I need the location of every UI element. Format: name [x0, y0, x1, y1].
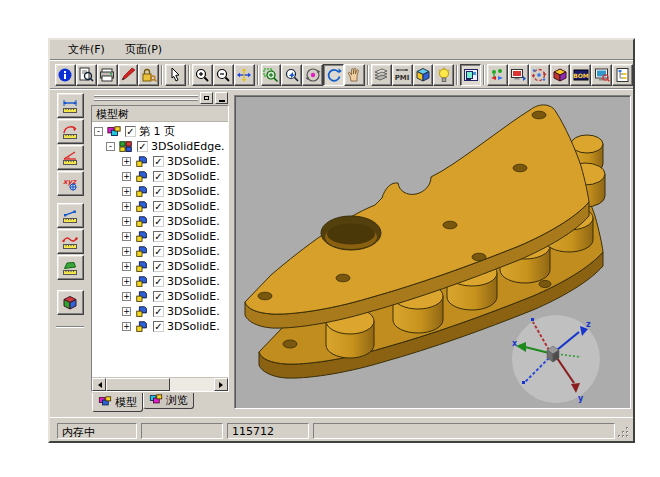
tree-item-part-9[interactable]: +✓3DSolidE. [92, 274, 228, 289]
pmi-button[interactable]: PMI [392, 64, 413, 86]
expand-toggle[interactable]: + [122, 202, 131, 211]
tree-item-part-2[interactable]: +✓3DSolidE. [92, 169, 228, 184]
scrollbar-thumb[interactable] [106, 378, 170, 391]
tree-checkbox[interactable]: ✓ [153, 156, 164, 167]
resize-grip[interactable] [617, 423, 630, 439]
panel-restore-button[interactable] [200, 92, 213, 104]
expand-toggle[interactable]: + [122, 232, 131, 241]
tab-model[interactable]: 模型 [92, 393, 143, 412]
zoom-window-button[interactable] [261, 64, 282, 86]
tree-checkbox[interactable]: ✓ [153, 306, 164, 317]
light-button[interactable] [433, 64, 454, 86]
menu-file[interactable]: 文件(F) [60, 41, 113, 58]
layers-button[interactable] [371, 64, 392, 86]
zoom-in-button[interactable] [192, 64, 213, 86]
radius-dimension-button[interactable] [57, 119, 84, 144]
tree-checkbox[interactable]: ✓ [153, 201, 164, 212]
select-icon [168, 67, 184, 83]
tree-checkbox[interactable]: ✓ [153, 216, 164, 227]
curve-measure-button[interactable] [57, 229, 84, 254]
tree-checkbox[interactable]: ✓ [153, 276, 164, 287]
print-button[interactable] [97, 64, 118, 86]
expand-toggle[interactable]: + [122, 157, 131, 166]
scroll-left-button[interactable] [92, 378, 106, 391]
permission-button[interactable] [138, 64, 159, 86]
select-button[interactable] [165, 64, 186, 86]
tree-item-part-4[interactable]: +✓3DSolidE. [92, 199, 228, 214]
view-manager-button[interactable] [460, 64, 481, 86]
zoom-out-button[interactable] [213, 64, 234, 86]
preview-button[interactable] [76, 64, 97, 86]
panel-minimize-button[interactable] [215, 92, 228, 104]
linear-dimension-button[interactable] [57, 93, 84, 118]
gripper-lines [94, 95, 198, 101]
angle-dimension-button[interactable] [57, 145, 84, 170]
expand-toggle[interactable]: + [122, 277, 131, 286]
expand-toggle[interactable]: + [122, 292, 131, 301]
tab-browse[interactable]: 浏览 [143, 393, 194, 409]
scroll-right-button[interactable] [214, 378, 228, 391]
bom-button[interactable]: BOM [570, 64, 591, 86]
expand-toggle[interactable]: + [122, 172, 131, 181]
volume-measure-button[interactable] [57, 290, 84, 315]
panel-gripper[interactable] [90, 91, 230, 105]
tree-item-part-12[interactable]: +✓3DSolidE. [92, 319, 228, 334]
axonometric-view-button[interactable] [413, 64, 434, 86]
tree-item-part-5[interactable]: +✓3DSolidE. [92, 214, 228, 229]
tree-hscrollbar[interactable] [92, 377, 228, 391]
edit-button[interactable] [118, 64, 139, 86]
expand-toggle[interactable]: + [122, 187, 131, 196]
menu-page[interactable]: 页面(P) [117, 41, 170, 58]
expand-toggle[interactable]: + [122, 262, 131, 271]
tree-item-part-8[interactable]: +✓3DSolidE. [92, 259, 228, 274]
info-button[interactable] [55, 64, 76, 86]
tree-checkbox[interactable]: ✓ [137, 141, 148, 152]
tree-item-part-10[interactable]: +✓3DSolidE. [92, 289, 228, 304]
tree-item-label: 3DSolidE. [167, 320, 220, 333]
tree-checkbox[interactable]: ✓ [153, 321, 164, 332]
tree-item-assembly[interactable]: -✓3DSolidEdge. [92, 139, 228, 154]
tree-item-part-3[interactable]: +✓3DSolidE. [92, 184, 228, 199]
tree-checkbox[interactable]: ✓ [153, 186, 164, 197]
tree-checkbox[interactable]: ✓ [153, 231, 164, 242]
scrollbar-track[interactable] [170, 378, 214, 391]
expand-toggle[interactable]: + [122, 322, 131, 331]
axis-z-label: z [586, 320, 591, 329]
hand-pan-button[interactable] [344, 64, 365, 86]
dynamic-zoom-button[interactable] [281, 64, 302, 86]
tree-checkbox[interactable]: ✓ [153, 246, 164, 257]
browser-button[interactable] [591, 64, 612, 86]
expand-toggle[interactable]: - [94, 127, 103, 136]
tree-item-part-11[interactable]: +✓3DSolidE. [92, 304, 228, 319]
tree-checkbox[interactable]: ✓ [153, 291, 164, 302]
tree-checkbox[interactable]: ✓ [153, 171, 164, 182]
expand-toggle[interactable]: + [122, 247, 131, 256]
tree-view-button[interactable] [612, 64, 633, 86]
svg-text:BOM: BOM [573, 71, 589, 78]
orientation-axis-widget[interactable]: x z y [512, 315, 600, 403]
pan-button[interactable] [234, 64, 255, 86]
permission-icon [141, 67, 157, 83]
tree-checkbox[interactable]: ✓ [125, 126, 136, 137]
viewport-3d[interactable]: x z y [234, 95, 631, 409]
tree-item-page[interactable]: -✓第 1 页 [92, 124, 228, 139]
assembly-button[interactable] [487, 64, 508, 86]
tree-item-part-6[interactable]: +✓3DSolidE. [92, 229, 228, 244]
tree-item-part-7[interactable]: +✓3DSolidE. [92, 244, 228, 259]
area-measure-button[interactable] [57, 255, 84, 280]
distance-measure-button[interactable] [57, 203, 84, 228]
expand-toggle[interactable]: + [122, 217, 131, 226]
tree-checkbox[interactable]: ✓ [153, 261, 164, 272]
orbit-button[interactable] [529, 64, 550, 86]
solid-render-button[interactable] [550, 64, 571, 86]
expand-toggle[interactable]: + [122, 307, 131, 316]
rotate-view-button[interactable] [302, 64, 323, 86]
tree-item-part-1[interactable]: +✓3DSolidE. [92, 154, 228, 169]
refresh-icon [326, 67, 342, 83]
tree-item-label: 3DSolidE. [167, 185, 220, 198]
capture-button[interactable] [508, 64, 529, 86]
coordinate-button[interactable]: xyz [57, 171, 84, 196]
expand-toggle[interactable]: - [106, 142, 115, 151]
refresh-button[interactable] [323, 64, 344, 86]
status-bar: 内存中115712 Bytes [50, 417, 633, 443]
